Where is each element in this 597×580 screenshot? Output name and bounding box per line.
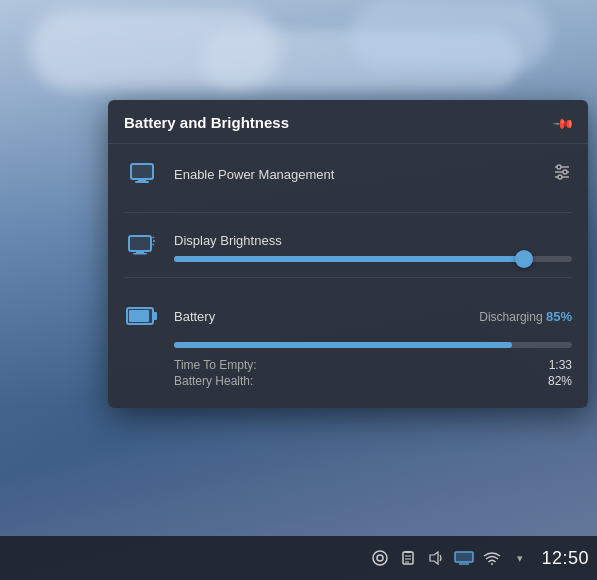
svg-point-18 <box>373 551 387 565</box>
svg-point-7 <box>563 170 567 174</box>
battery-header: Battery Discharging 85% <box>124 298 572 334</box>
time-to-empty-label: Time To Empty: <box>174 358 257 372</box>
battery-percent: 85% <box>546 309 572 324</box>
svg-rect-11 <box>133 253 147 255</box>
wifi-icon[interactable] <box>481 547 503 569</box>
svg-line-13 <box>153 237 155 238</box>
display-taskbar-icon[interactable] <box>453 547 475 569</box>
brightness-section: Display Brightness <box>108 221 588 269</box>
divider-2 <box>124 277 572 278</box>
battery-icon <box>124 298 160 334</box>
brightness-icon <box>124 229 160 265</box>
divider-1 <box>124 212 572 213</box>
svg-rect-9 <box>129 236 151 251</box>
svg-rect-10 <box>136 251 144 253</box>
svg-rect-0 <box>131 164 153 179</box>
power-settings-button[interactable] <box>552 162 572 186</box>
svg-rect-21 <box>405 551 411 553</box>
svg-line-14 <box>153 244 155 245</box>
battery-bar-track <box>174 342 572 348</box>
svg-rect-17 <box>129 310 149 322</box>
brightness-slider-thumb[interactable] <box>515 250 533 268</box>
battery-health-row: Battery Health: 82% <box>174 374 572 388</box>
svg-rect-2 <box>135 181 149 183</box>
svg-point-8 <box>558 175 562 179</box>
svg-point-19 <box>377 555 383 561</box>
taskbar-clock: 12:50 <box>541 548 589 569</box>
panel-title: Battery and Brightness <box>124 114 289 131</box>
svg-point-6 <box>557 165 561 169</box>
svg-marker-25 <box>430 552 438 564</box>
svg-rect-26 <box>455 552 473 562</box>
power-management-content: Enable Power Management <box>174 165 538 183</box>
dropdown-icon[interactable]: ▾ <box>509 547 531 569</box>
svg-rect-16 <box>153 312 157 320</box>
battery-health-label: Battery Health: <box>174 374 253 388</box>
power-management-icon <box>124 156 160 192</box>
panel-header: Battery and Brightness 📌 <box>108 100 588 144</box>
power-management-label: Enable Power Management <box>174 167 334 182</box>
battery-label: Battery <box>174 309 215 324</box>
battery-title-row: Battery Discharging 85% <box>174 309 572 324</box>
taskbar: ▾ 12:50 <box>0 536 597 580</box>
brightness-row: Display Brightness <box>124 229 572 265</box>
svg-point-28 <box>491 563 493 565</box>
pin-icon[interactable]: 📌 <box>552 111 575 134</box>
battery-status: Discharging 85% <box>479 309 572 324</box>
power-icon-svg <box>128 160 156 188</box>
time-to-empty-value: 1:33 <box>549 358 572 372</box>
brightness-label: Display Brightness <box>174 233 572 248</box>
battery-bar-fill <box>174 342 512 348</box>
cloud-decoration-3 <box>350 0 550 70</box>
battery-section: Battery Discharging 85% Time To Empty: 1… <box>108 286 588 388</box>
brightness-slider-fill <box>174 256 524 262</box>
lock-icon[interactable] <box>369 547 391 569</box>
clipboard-icon[interactable] <box>397 547 419 569</box>
battery-brightness-panel: Battery and Brightness 📌 Enable Power Ma… <box>108 100 588 408</box>
volume-icon[interactable] <box>425 547 447 569</box>
svg-rect-1 <box>138 179 146 181</box>
time-to-empty-row: Time To Empty: 1:33 <box>174 358 572 372</box>
brightness-content: Display Brightness <box>174 233 572 262</box>
brightness-slider-track <box>174 256 572 262</box>
battery-health-value: 82% <box>548 374 572 388</box>
battery-details: Time To Empty: 1:33 Battery Health: 82% <box>174 358 572 388</box>
power-management-row: Enable Power Management <box>108 144 588 204</box>
